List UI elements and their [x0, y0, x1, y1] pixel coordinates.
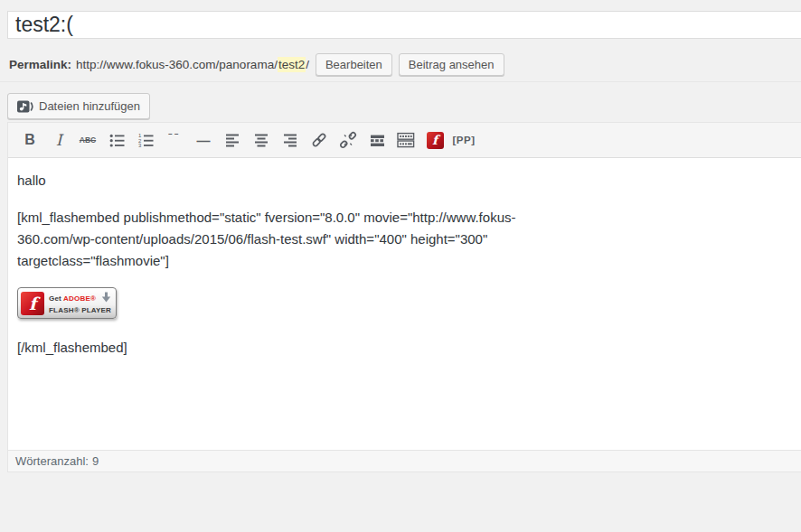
adobe-flash-logo: f — [21, 292, 44, 315]
add-media-label: Dateien hinzufügen — [39, 99, 140, 113]
flash-badge-player-label: FLASH® PLAYER — [49, 306, 111, 314]
blockquote-icon: “ — [166, 134, 182, 146]
add-media-button[interactable]: Dateien hinzufügen — [7, 93, 150, 119]
permalink-slug[interactable]: test2 — [278, 57, 306, 72]
numbered-list-icon: 1 2 3 — [137, 132, 155, 149]
more-tag-button[interactable] — [364, 128, 390, 152]
toolbar-toggle-button[interactable] — [393, 128, 419, 152]
pp-shortcode-icon: [PP] — [453, 135, 476, 145]
editor-toolbar: B I ABC 1 2 3 “ — — [8, 123, 801, 158]
editor-status-bar: Wörteranzahl: 9 — [8, 450, 801, 471]
editor-tools-divider — [0, 81, 801, 82]
bold-icon: B — [24, 133, 35, 147]
permalink-url-suffix: / — [306, 58, 309, 71]
permalink-row: Permalink: http://www.fokus-360.com/pano… — [9, 52, 504, 76]
permalink-url-prefix: http://www.fokus-360.com/panorama/ — [76, 58, 278, 71]
unlink-icon — [339, 131, 357, 149]
strikethrough-icon: ABC — [80, 135, 96, 145]
shortcode-line: [kml_flashembed publishmethod="static" f… — [17, 207, 784, 229]
more-tag-icon — [369, 132, 386, 149]
post-title-input[interactable] — [7, 11, 801, 39]
align-center-button[interactable] — [249, 128, 274, 152]
bold-button[interactable]: B — [17, 128, 42, 152]
insert-link-button[interactable] — [306, 128, 332, 152]
editor-content-area[interactable]: hallo [kml_flashembed publishmethod="sta… — [8, 158, 801, 450]
download-arrow-icon — [101, 292, 111, 303]
toolbar-toggle-icon — [397, 131, 415, 149]
editor-shortcode-paragraph: [kml_flashembed publishmethod="static" f… — [17, 207, 784, 272]
flash-badge-adobe-label: ADOBE® — [63, 294, 96, 303]
remove-link-button[interactable] — [335, 128, 361, 152]
flash-icon: f — [427, 132, 444, 149]
strikethrough-button[interactable]: ABC — [75, 128, 100, 152]
bulleted-list-button[interactable] — [104, 128, 129, 152]
horizontal-rule-icon: — — [197, 134, 211, 147]
italic-icon: I — [56, 133, 62, 148]
editor-closing-shortcode: [/kml_flashembed] — [17, 337, 784, 359]
horizontal-rule-button[interactable]: — — [191, 128, 216, 152]
flash-badge-get-label: Get — [49, 294, 63, 303]
shortcode-line: targetclass="flashmovie"] — [17, 250, 784, 272]
get-flash-player-badge[interactable]: f Get ADOBE® FLASH® PLAYER — [17, 287, 117, 319]
edit-permalink-button[interactable]: Bearbeiten — [316, 53, 392, 76]
editor-paragraph: hallo — [17, 170, 784, 191]
editor-container: B I ABC 1 2 3 “ — — [7, 122, 801, 472]
align-center-icon — [253, 132, 269, 148]
numbered-list-button[interactable]: 1 2 3 — [133, 128, 158, 152]
blockquote-button[interactable]: “ — [162, 128, 187, 152]
word-count-label: Wörteranzahl: — [15, 454, 89, 468]
align-right-button[interactable] — [278, 128, 303, 152]
permalink-label: Permalink: — [9, 58, 71, 71]
italic-button[interactable]: I — [46, 128, 71, 152]
align-left-button[interactable] — [220, 128, 245, 152]
align-right-icon — [282, 132, 298, 148]
view-post-button[interactable]: Beitrag ansehen — [399, 53, 504, 76]
flash-embed-button[interactable]: f — [422, 128, 448, 152]
link-icon — [310, 131, 328, 149]
word-count-value: 9 — [92, 454, 99, 468]
kimili-flash-embed-button[interactable]: [PP] — [451, 128, 476, 152]
shortcode-line: 360.com/wp-content/uploads/2015/06/flash… — [17, 229, 784, 250]
media-icon — [17, 99, 33, 114]
align-left-icon — [224, 132, 240, 148]
bulleted-list-icon — [108, 132, 126, 149]
svg-text:3: 3 — [138, 143, 142, 148]
